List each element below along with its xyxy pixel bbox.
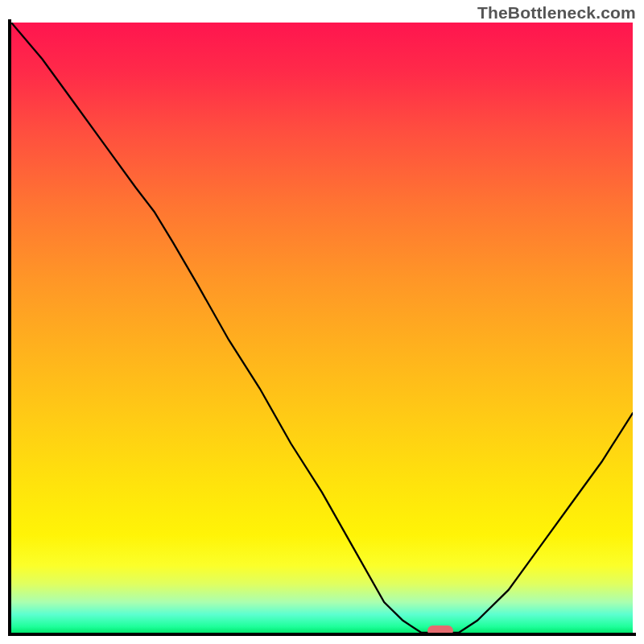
bottleneck-curve (11, 23, 633, 633)
x-axis (8, 633, 636, 636)
curve-path (11, 23, 633, 633)
y-axis (8, 19, 11, 636)
chart-plot-area (11, 23, 633, 633)
watermark-text: TheBottleneck.com (477, 3, 636, 23)
